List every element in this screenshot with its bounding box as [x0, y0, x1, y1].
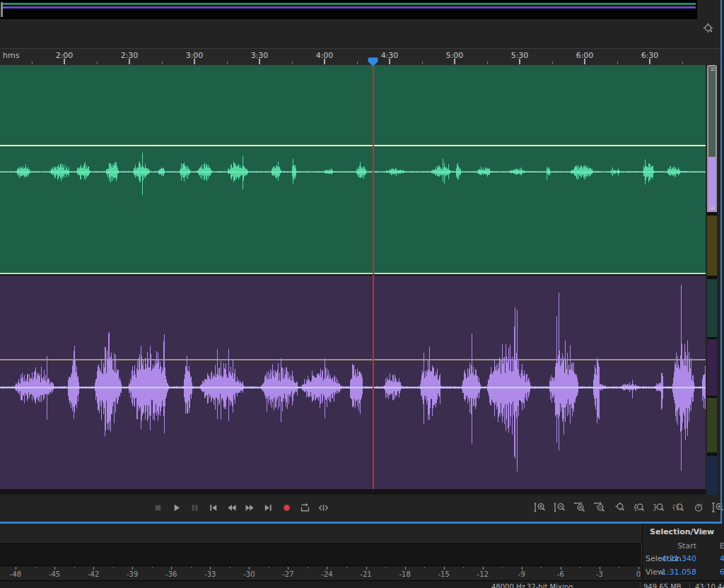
- view-end-value-clipped[interactable]: 6: [720, 568, 724, 577]
- selection-end-value-clipped[interactable]: 4: [720, 554, 724, 563]
- thumb-grip-top: [711, 68, 715, 69]
- selection-start-value[interactable]: 4:21.340: [662, 554, 696, 563]
- db-scale-tick-minor: [580, 567, 580, 568]
- zoom-out-time-button[interactable]: [592, 501, 607, 514]
- column-header-end-clipped: E: [720, 541, 724, 551]
- db-scale-tick: [600, 567, 600, 570]
- play-button[interactable]: [170, 501, 182, 514]
- db-scale-tick: [249, 567, 250, 570]
- db-scale-tick: [444, 567, 445, 570]
- db-scale-tick: [522, 567, 522, 570]
- navigator-track-segment: [707, 339, 717, 396]
- ruler-tick-minor: [487, 61, 488, 64]
- db-scale-label: -3: [596, 570, 603, 578]
- navigator-track1-overview: [1, 3, 696, 5]
- track-2-clip[interactable]: [0, 276, 706, 489]
- ruler-tick-minor: [682, 61, 683, 64]
- skip-to-end-button[interactable]: [262, 501, 274, 514]
- stop-button[interactable]: [151, 501, 164, 514]
- db-scale-tick: [171, 567, 172, 570]
- ruler-tick-minor: [227, 61, 228, 64]
- navigator-track-segment: [707, 216, 717, 276]
- db-scale-tick: [210, 567, 211, 570]
- ruler-tick-minor: [422, 61, 423, 64]
- db-scale-label: -48: [10, 570, 21, 578]
- multitrack-editor[interactable]: [0, 65, 706, 489]
- horizontal-scrollbar[interactable]: [0, 489, 706, 495]
- status-file-size: 949.65 MB: [643, 583, 682, 588]
- db-scale-label: -33: [204, 570, 216, 578]
- db-scale-label: -36: [165, 570, 177, 578]
- ruler-tick-minor: [357, 61, 358, 64]
- db-scale-tick: [561, 567, 561, 570]
- vertical-track-navigator[interactable]: [707, 65, 717, 498]
- ruler-tick-major: [649, 59, 650, 64]
- playhead-marker[interactable]: [368, 56, 378, 65]
- zoom-out-amplitude-button[interactable]: [553, 501, 567, 514]
- db-scale-tick: [366, 567, 367, 570]
- db-scale-tick-minor: [152, 567, 153, 568]
- track-2-waveform[interactable]: [0, 276, 706, 489]
- db-scale-tick: [327, 567, 327, 570]
- ruler-tick-major: [129, 59, 130, 64]
- db-scale-tick: [405, 567, 406, 570]
- vertical-navigator-thumb[interactable]: [707, 65, 717, 212]
- skip-to-start-button[interactable]: [206, 501, 219, 514]
- ruler-tick-minor: [97, 61, 98, 64]
- status-divider: [689, 582, 690, 588]
- db-scale-tick-minor: [230, 567, 230, 568]
- db-scale-tick-minor: [308, 567, 308, 568]
- navigator-left-handle[interactable]: [1, 2, 3, 17]
- timeline-zoom-navigator[interactable]: [0, 0, 697, 19]
- db-scale-label: -27: [282, 570, 293, 578]
- db-scale-tick: [483, 567, 484, 570]
- zoom-in-time-button[interactable]: [573, 501, 587, 514]
- ruler-tick-major: [64, 59, 65, 64]
- view-start-value[interactable]: 1:31.058: [662, 568, 696, 577]
- thumb-grip-bottom: [711, 208, 715, 209]
- status-bit-depth: 32-bit Mixing: [527, 583, 573, 588]
- track-1-clip[interactable]: [0, 65, 706, 274]
- ruler-tick-major: [324, 59, 325, 64]
- ruler-tick-minor: [552, 61, 553, 64]
- db-scale-label: -6: [557, 570, 564, 578]
- db-scale-tick: [288, 567, 288, 570]
- db-scale-tick-minor: [424, 567, 425, 568]
- ruler-tick-minor: [162, 61, 163, 64]
- ruler-tick-major: [389, 59, 390, 64]
- zoom-to-time-button[interactable]: [691, 501, 706, 514]
- navigator-track-segment: [707, 212, 717, 216]
- hamburger-menu-icon[interactable]: ≡: [698, 527, 705, 537]
- db-scale-tick-minor: [74, 567, 75, 568]
- level-meters[interactable]: [0, 543, 642, 566]
- zoom-to-selection-button[interactable]: {}: [672, 501, 686, 514]
- zoom-buttons: {}{}: [533, 501, 724, 514]
- db-scale-tick-minor: [346, 567, 347, 568]
- selection-view-panel: Selection/View ≡ Start E Selection 4:21.…: [643, 524, 724, 580]
- zoom-in-at-out-point-button[interactable]: }: [652, 501, 666, 514]
- zoom-reset-button[interactable]: [612, 501, 626, 514]
- db-scale-label: -21: [360, 570, 371, 578]
- track-1-waveform[interactable]: [0, 65, 706, 274]
- pause-button[interactable]: [188, 501, 201, 514]
- zoom-in-amplitude-button[interactable]: [533, 501, 547, 514]
- navigator-track-segment: [707, 396, 717, 398]
- zoom-in-at-in-point-button[interactable]: {: [632, 501, 646, 514]
- db-scale-tick-minor: [619, 567, 619, 568]
- loop-playback-button[interactable]: [298, 501, 311, 514]
- skip-selection-button[interactable]: [317, 501, 329, 514]
- db-scale-tick-minor: [113, 567, 114, 568]
- zoom-in-full-button[interactable]: [711, 501, 724, 514]
- column-header-start: Start: [677, 541, 696, 551]
- status-sample-rate: 48000 Hz: [491, 583, 525, 588]
- navigator-track-segment: [707, 452, 717, 456]
- timeline-ruler[interactable]: hms 2:002:303:003:304:004:305:005:306:00…: [0, 48, 720, 65]
- db-scale-tick: [132, 567, 133, 570]
- navigator-track2-overview: [1, 6, 696, 8]
- db-scale-tick-minor: [191, 567, 192, 568]
- record-button[interactable]: [280, 501, 293, 514]
- navigator-track-segment: [707, 337, 717, 339]
- rewind-button[interactable]: [225, 501, 238, 514]
- zoom-navigate-icon[interactable]: [701, 22, 716, 36]
- fast-forward-button[interactable]: [243, 501, 256, 514]
